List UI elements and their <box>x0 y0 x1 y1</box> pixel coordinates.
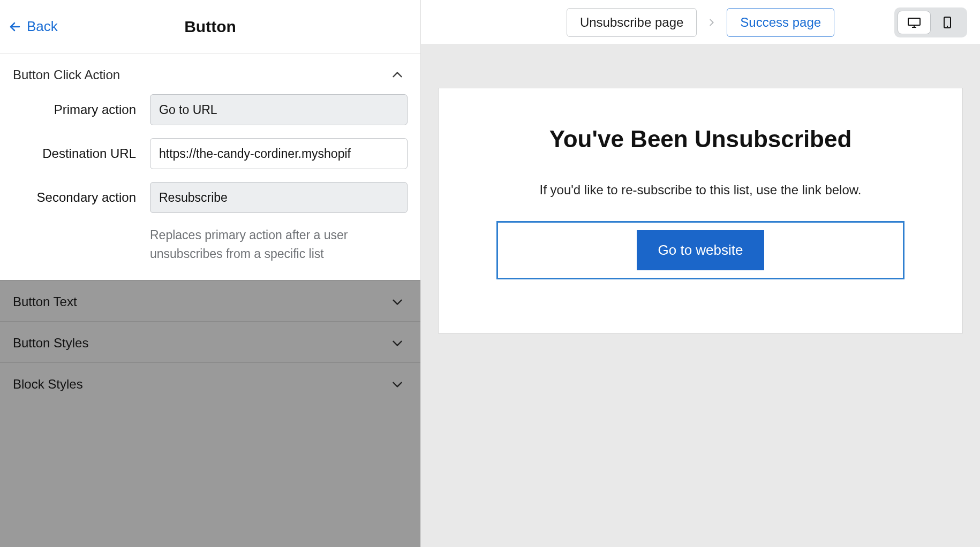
top-bar: Unsubscribe page Success page <box>421 0 980 45</box>
back-button[interactable]: Back <box>0 18 58 35</box>
svg-rect-1 <box>908 18 920 25</box>
preview-subtitle: If you'd like to re-subscribe to this li… <box>540 183 862 197</box>
input-destination-url[interactable] <box>150 138 408 169</box>
section-title: Button Click Action <box>13 67 120 82</box>
chevron-up-icon <box>390 68 404 82</box>
breadcrumb-unsubscribe-page[interactable]: Unsubscribe page <box>567 8 697 37</box>
desktop-icon <box>907 17 921 28</box>
device-desktop-button[interactable] <box>898 11 931 34</box>
mobile-icon <box>943 16 952 29</box>
preview-go-to-website-button[interactable]: Go to website <box>637 230 765 270</box>
breadcrumb-success-page[interactable]: Success page <box>727 8 834 37</box>
arrow-left-icon <box>9 20 21 33</box>
section-body-click-action: Primary action Go to URL Destination URL… <box>0 94 420 280</box>
device-toggle <box>894 7 967 37</box>
select-secondary-action-value: Resubscribe <box>159 191 228 205</box>
row-secondary-action: Secondary action Resubscribe <box>13 182 408 213</box>
preview-card: You've Been Unsubscribed If you'd like t… <box>438 88 963 333</box>
row-primary-action: Primary action Go to URL <box>13 94 408 125</box>
section-title: Button Text <box>13 294 77 309</box>
label-secondary-action: Secondary action <box>13 190 136 205</box>
select-secondary-action[interactable]: Resubscribe <box>150 182 408 213</box>
helper-text: Replaces primary action after a user uns… <box>150 226 408 263</box>
section-button-text: Button Text <box>0 280 420 321</box>
row-destination-url: Destination URL <box>13 138 408 169</box>
select-primary-action[interactable]: Go to URL <box>150 94 408 125</box>
chevron-down-icon <box>390 336 404 350</box>
sidebar-header: Back Button <box>0 0 420 54</box>
section-button-click-action: Button Click Action Primary action Go to… <box>0 54 420 280</box>
section-header-button-text[interactable]: Button Text <box>0 280 420 321</box>
chevron-down-icon <box>390 377 404 391</box>
label-primary-action: Primary action <box>13 102 136 117</box>
preview-area: You've Been Unsubscribed If you'd like t… <box>421 45 980 547</box>
section-block-styles: Block Styles <box>0 362 420 404</box>
section-title: Block Styles <box>13 377 83 392</box>
section-button-styles: Button Styles <box>0 321 420 362</box>
chevron-right-icon <box>707 17 716 28</box>
section-header-button-styles[interactable]: Button Styles <box>0 322 420 362</box>
row-helper-text: Replaces primary action after a user uns… <box>13 226 408 263</box>
sidebar-title: Button <box>0 18 420 36</box>
section-header-block-styles[interactable]: Block Styles <box>0 363 420 404</box>
editor-sidebar: Back Button Button Click Action Primary … <box>0 0 421 547</box>
preview-button-selection[interactable]: Go to website <box>496 221 905 279</box>
breadcrumb: Unsubscribe page Success page <box>567 8 834 37</box>
preview-pane: Unsubscribe page Success page <box>421 0 980 547</box>
back-label: Back <box>27 18 58 35</box>
section-header-click-action[interactable]: Button Click Action <box>0 54 420 94</box>
chevron-down-icon <box>390 295 404 309</box>
device-mobile-button[interactable] <box>931 11 964 34</box>
section-title: Button Styles <box>13 336 88 351</box>
preview-title: You've Been Unsubscribed <box>549 126 852 153</box>
select-primary-action-value: Go to URL <box>159 103 217 117</box>
label-destination-url: Destination URL <box>13 146 136 161</box>
